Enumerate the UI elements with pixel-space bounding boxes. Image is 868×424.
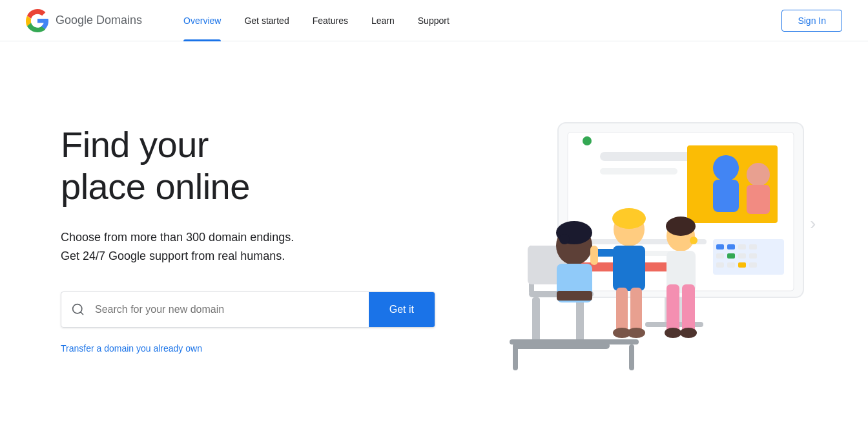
svg-rect-23 bbox=[749, 253, 757, 259]
hero-illustration-svg: › bbox=[474, 103, 836, 375]
brand-name: Google Domains bbox=[56, 14, 142, 27]
svg-point-8 bbox=[713, 155, 739, 181]
hero-headline: Find your place online bbox=[61, 124, 474, 207]
svg-rect-18 bbox=[738, 244, 746, 249]
svg-point-49 bbox=[666, 217, 696, 236]
svg-rect-16 bbox=[716, 244, 724, 249]
domain-search-input[interactable] bbox=[95, 304, 369, 315]
google-logo-icon bbox=[26, 9, 49, 32]
svg-rect-20 bbox=[716, 253, 724, 259]
hero-section: Find your place online Choose from more … bbox=[0, 41, 868, 424]
svg-rect-58 bbox=[629, 344, 634, 370]
get-it-button[interactable]: Get it bbox=[369, 292, 435, 328]
svg-point-4 bbox=[583, 136, 592, 145]
nav-item-get-started[interactable]: Get started bbox=[234, 0, 299, 41]
site-header: Google Domains Overview Get started Feat… bbox=[0, 0, 868, 41]
svg-rect-27 bbox=[749, 262, 757, 268]
svg-rect-25 bbox=[727, 262, 735, 268]
svg-rect-6 bbox=[600, 168, 677, 175]
domain-search-bar: Get it bbox=[61, 292, 435, 328]
svg-point-47 bbox=[627, 328, 645, 338]
svg-point-10 bbox=[747, 163, 770, 186]
svg-rect-21 bbox=[727, 253, 735, 259]
svg-rect-44 bbox=[616, 288, 628, 333]
svg-point-40 bbox=[612, 208, 646, 229]
hero-subtext: Choose from more than 300 domain endings… bbox=[61, 228, 474, 266]
svg-rect-43 bbox=[590, 246, 598, 265]
svg-rect-56 bbox=[510, 339, 639, 344]
svg-rect-57 bbox=[513, 344, 518, 370]
hero-illustration: › bbox=[474, 103, 836, 375]
svg-rect-52 bbox=[666, 284, 679, 333]
transfer-domain-link[interactable]: Transfer a domain you already own bbox=[61, 343, 202, 354]
svg-rect-24 bbox=[716, 262, 724, 268]
search-icon bbox=[61, 303, 95, 316]
svg-rect-22 bbox=[738, 253, 746, 259]
svg-rect-45 bbox=[630, 288, 642, 333]
svg-rect-38 bbox=[557, 291, 592, 301]
svg-rect-26 bbox=[738, 262, 746, 268]
svg-rect-17 bbox=[727, 244, 735, 249]
svg-point-54 bbox=[665, 328, 681, 338]
logo-link[interactable]: Google Domains bbox=[26, 9, 142, 32]
svg-point-55 bbox=[680, 328, 697, 338]
svg-rect-11 bbox=[747, 185, 770, 214]
nav-item-learn[interactable]: Learn bbox=[361, 0, 405, 41]
svg-rect-9 bbox=[713, 180, 739, 212]
sign-in-button[interactable]: Sign In bbox=[781, 10, 842, 32]
svg-rect-53 bbox=[682, 284, 695, 333]
svg-rect-41 bbox=[613, 246, 645, 291]
svg-rect-19 bbox=[749, 244, 757, 249]
nav-item-features[interactable]: Features bbox=[302, 0, 358, 41]
svg-point-50 bbox=[690, 237, 698, 244]
svg-point-36 bbox=[559, 234, 570, 244]
main-nav: Overview Get started Features Learn Supp… bbox=[173, 0, 781, 41]
hero-left: Find your place online Choose from more … bbox=[61, 124, 474, 354]
svg-text:›: › bbox=[810, 213, 816, 233]
nav-item-overview[interactable]: Overview bbox=[173, 0, 231, 41]
nav-item-support[interactable]: Support bbox=[408, 0, 460, 41]
